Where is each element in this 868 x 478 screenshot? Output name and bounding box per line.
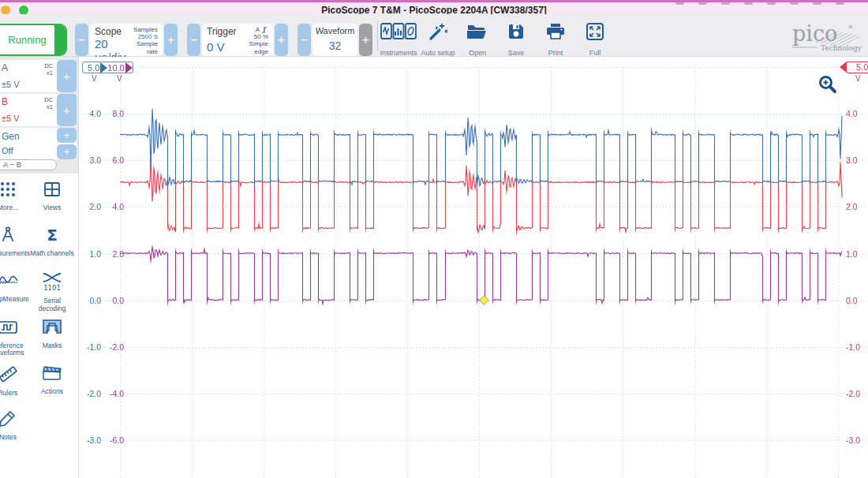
pico-technology-logo: pico Technology [776,19,865,54]
sidebar-tool-actions[interactable]: Actions [30,364,74,405]
axis-tick-label: 2.0 [99,249,124,259]
waveform-previous-button[interactable]: − [297,24,311,56]
tool-label: Reference waveforms [0,342,30,358]
sidebar-tool-reference-waveforms[interactable]: Reference waveforms [0,318,30,359]
toolbar-button-label: Save [508,49,525,57]
tool-label: Measurements [0,250,30,258]
full-button[interactable]: Full [575,22,615,57]
full-icon [586,22,604,44]
title-bar: PicoScope 7 T&M - PicoScope 2204A [CW338… [0,0,868,14]
right-axis-scale-header[interactable]: 5.0 [846,62,868,73]
zoom-overview-icon[interactable] [817,74,838,98]
toolbar: Running − Scope 20 µs/div Samples 2500 S… [0,14,868,57]
auto-setup-button[interactable]: Auto setup [418,22,458,57]
generator-button[interactable]: Gen Off + + [0,128,77,159]
math-channel-a-minus-b[interactable]: A − B [0,159,57,170]
waveform-plot-area[interactable]: 5.0 10.0 V V 5.0 V 4.03.02.01.00.0-1.0-2… [79,57,868,478]
sidebar-tool-views[interactable]: Views [30,180,74,221]
axis-tick-label: 3.0 [79,155,101,165]
axis-a-unit: V [92,74,97,83]
tool-label: Masks [43,342,62,350]
sidebar-tool-serial-decoding[interactable]: 1101 Serial decoding [30,271,74,313]
save-icon [507,22,526,44]
axis-tick-label: -2.0 [846,389,868,398]
axis-tick-label: 3.0 [846,155,868,165]
sidebar-tool-math-channels[interactable]: Σ Math channels [30,226,74,267]
axis-a-top-value: 5.0 [88,63,99,73]
axis-tick-label: -2.0 [99,342,124,352]
left-axis-scale-header[interactable]: 5.0 10.0 [82,62,133,73]
open-button[interactable]: Open [458,22,497,57]
svg-text:1101: 1101 [43,284,61,292]
axis-tick-label: 4.0 [99,202,124,211]
print-button[interactable]: Print [536,22,575,57]
axis-tick-label: 2.0 [846,202,868,211]
more-icon [0,180,17,202]
sidebar-tool-notes[interactable]: Notes [0,409,30,450]
trigger-increase-button[interactable]: + [275,24,288,56]
scope-decrease-button[interactable]: − [75,24,88,56]
axis-tick-label: -4.0 [99,389,124,398]
main-area: A DCx1 ±5 V + B DCx1 ±5 V + Gen Off + + … [0,57,868,478]
svg-text:Technology: Technology [821,44,862,52]
reference-waveforms-icon [0,318,18,340]
save-button[interactable]: Save [496,22,536,57]
math-channels-icon: Σ [43,226,62,248]
samples-label: Samples [133,26,158,33]
sidebar: A DCx1 ±5 V + B DCx1 ±5 V + Gen Off + + … [0,57,79,478]
trigger-panel: − Trigger 0 V A 50 % Simple edge Auto + [187,24,288,56]
generator-expand-button-2[interactable]: + [57,144,77,159]
running-button[interactable]: Running [0,24,67,56]
toolbar-button-label: Print [548,49,563,57]
sidebar-tool-masks[interactable]: Masks [30,318,74,359]
axis-tick-label: 0.0 [846,296,868,305]
channel-a-name: A [2,62,8,73]
masks-icon [42,318,62,340]
rising-edge-icon [261,26,268,33]
axis-tick-label: -3.0 [846,435,868,445]
sidebar-tool-deepmeasure[interactable]: DeepMeasure [0,271,30,313]
actions-icon [41,364,63,386]
channel-a-button[interactable]: A DCx1 ±5 V + [0,60,77,92]
channel-b-expand-button[interactable]: + [57,94,77,126]
oscilloscope-canvas[interactable] [79,57,868,478]
scope-panel: − Scope 20 µs/div Samples 2500 S Sample … [75,24,178,56]
scope-increase-button[interactable]: + [164,24,178,56]
axis-tick-label: -1.0 [79,342,101,352]
channel-a-expand-button[interactable]: + [57,60,77,92]
axis-math-arrow-icon [125,62,133,73]
toolbar-button-label: Instruments [380,49,417,57]
samples-value: 2500 S [138,33,158,40]
instruments-icon [380,22,417,44]
menubar-icons [675,2,844,5]
auto-setup-icon [428,22,448,44]
channel-a-range: ±5 V [2,80,20,89]
waveform-next-button[interactable]: + [359,24,372,56]
generator-name: Gen [2,131,20,142]
svg-text:pico: pico [792,21,837,46]
tool-label: More... [0,204,18,212]
sidebar-tool-measurements[interactable]: Measurements [0,226,30,267]
open-icon [466,22,488,44]
axis-tick-label: -2.0 [79,389,101,398]
channel-b-button[interactable]: B DCx1 ±5 V + [0,94,77,126]
axis-b-unit: V [855,74,861,83]
axis-tick-label: -3.0 [79,435,101,445]
sidebar-tool-rulers[interactable]: Rulers [0,364,30,405]
axis-tick-label: 0.0 [99,296,124,305]
axis-tick-label: 1.0 [79,249,101,259]
generator-expand-button-1[interactable]: + [57,128,77,143]
axis-a-arrow-icon [100,62,107,73]
toolbar-button-label: Auto setup [421,49,455,57]
axis-tick-label: -6.0 [99,435,124,445]
running-label: Running [0,25,54,54]
tool-label: Rulers [0,390,17,398]
trigger-decrease-button[interactable]: − [187,24,200,56]
tool-label: Math channels [30,250,73,258]
instruments-button[interactable]: Instruments [379,22,418,57]
generator-state: Off [2,146,13,155]
trigger-level-value[interactable]: 0 V [207,40,237,54]
waveform-number: 32 [329,40,342,51]
sidebar-tool-more-[interactable]: More... [0,180,30,221]
views-icon [43,180,62,202]
